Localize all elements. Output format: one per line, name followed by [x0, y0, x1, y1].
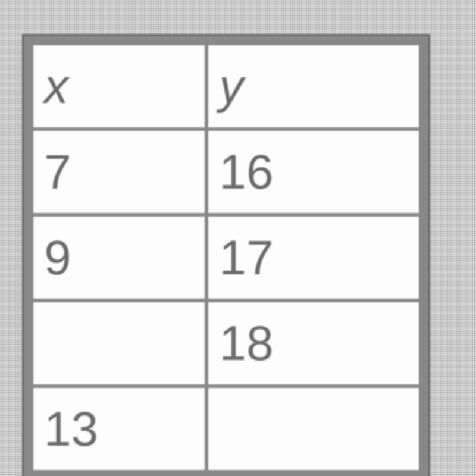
cell-y: 18 [206, 300, 421, 386]
table-header-row: x y [32, 43, 421, 129]
column-header-x: x [32, 43, 206, 129]
cell-y: 17 [206, 215, 421, 300]
cell-x: 7 [32, 129, 206, 215]
cell-x: 9 [32, 215, 206, 300]
cell-y: 16 [206, 129, 421, 215]
column-header-y: y [206, 43, 421, 129]
table-row: 7 16 [32, 129, 421, 215]
table-row: 18 [32, 300, 421, 386]
cell-x [32, 300, 206, 386]
cell-y [206, 386, 421, 472]
table-row: 9 17 [32, 215, 421, 300]
xy-table-container: x y 7 16 9 17 18 13 [24, 36, 428, 476]
table-row: 13 [32, 386, 421, 472]
cell-x: 13 [32, 386, 206, 472]
xy-table: x y 7 16 9 17 18 13 [30, 42, 422, 474]
